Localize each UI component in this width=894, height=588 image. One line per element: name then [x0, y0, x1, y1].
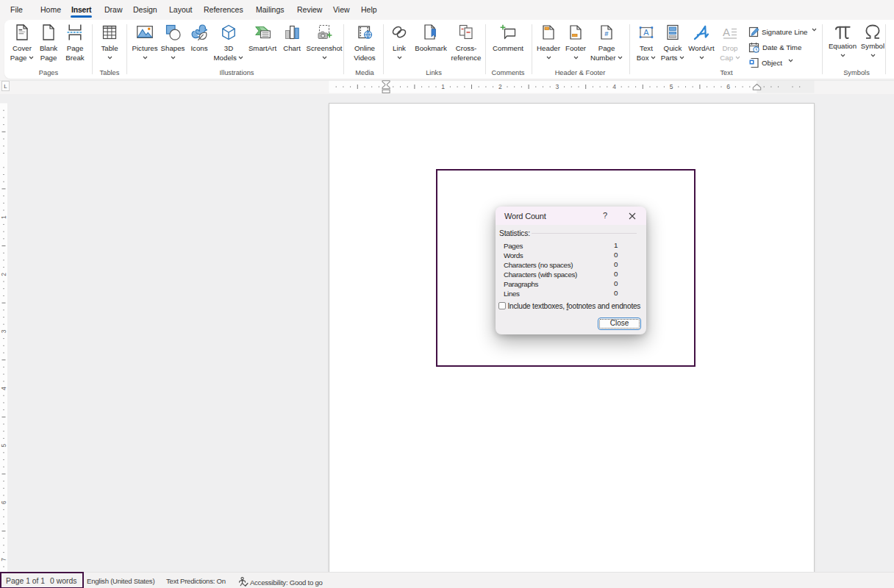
svg-text:A: A	[643, 28, 649, 37]
svg-text:6: 6	[0, 501, 7, 504]
svg-text:2: 2	[0, 273, 7, 276]
svg-text:5: 5	[0, 443, 7, 447]
svg-text:5: 5	[670, 83, 673, 90]
svg-text:A: A	[723, 26, 730, 38]
svg-text:6: 6	[726, 83, 730, 90]
svg-text:4: 4	[612, 83, 616, 90]
svg-text:2: 2	[498, 83, 502, 90]
svg-text:3: 3	[0, 329, 7, 333]
svg-text:1: 1	[0, 215, 7, 219]
svg-text:1: 1	[441, 83, 445, 90]
svg-text:7: 7	[0, 558, 7, 562]
svg-text:#: #	[604, 29, 609, 37]
svg-text:3: 3	[556, 83, 559, 90]
svg-text:4: 4	[0, 387, 7, 390]
